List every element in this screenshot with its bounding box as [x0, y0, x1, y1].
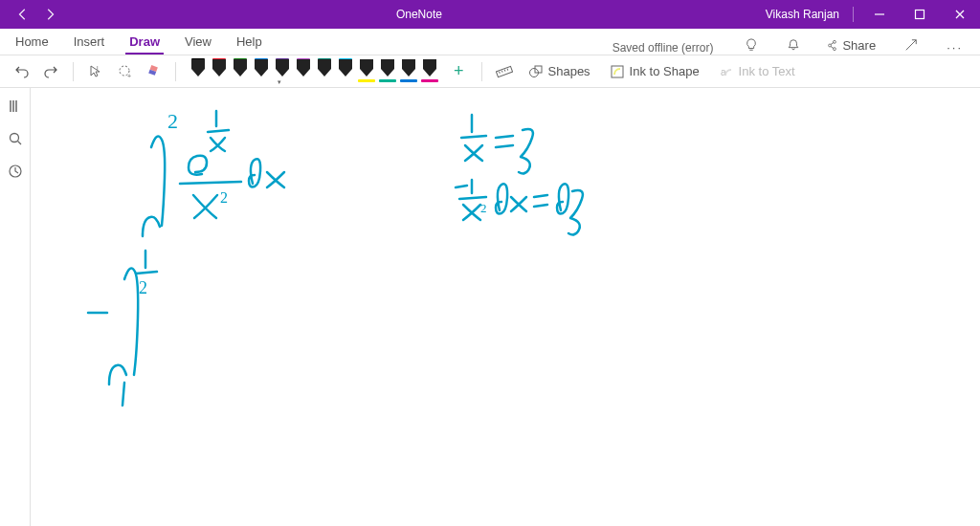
- pen-4[interactable]: ▾: [273, 59, 292, 84]
- lightbulb-icon[interactable]: [742, 35, 761, 55]
- maximize-button[interactable]: [900, 0, 940, 29]
- svg-line-29: [461, 136, 486, 138]
- ribbon-tabs: Home Insert Draw View Help Saved offline…: [0, 29, 980, 55]
- svg-line-30: [456, 186, 467, 187]
- highlighter-0[interactable]: [357, 59, 376, 84]
- highlighter-2[interactable]: [399, 59, 418, 84]
- close-button[interactable]: [940, 0, 980, 29]
- ink-canvas[interactable]: 2 2 2: [31, 88, 980, 526]
- tab-insert[interactable]: Insert: [70, 31, 109, 55]
- svg-point-2: [834, 40, 836, 43]
- pen-0[interactable]: [189, 59, 208, 84]
- ink-to-shape-label: Ink to Shape: [630, 64, 700, 78]
- svg-text:2: 2: [167, 109, 178, 133]
- svg-point-15: [10, 134, 18, 142]
- minimize-button[interactable]: [859, 0, 900, 29]
- forward-button[interactable]: [42, 7, 57, 22]
- user-name[interactable]: Vikash Ranjan: [766, 8, 847, 21]
- svg-rect-10: [496, 66, 512, 77]
- ink-to-text-label: Ink to Text: [739, 64, 795, 78]
- fullscreen-icon[interactable]: [899, 38, 924, 55]
- tab-view[interactable]: View: [181, 31, 215, 55]
- svg-text:I: I: [97, 65, 99, 71]
- pen-3[interactable]: [252, 59, 271, 84]
- svg-line-32: [459, 197, 486, 199]
- svg-text:+: +: [127, 73, 131, 79]
- shapes-label: Shapes: [548, 64, 590, 78]
- svg-point-3: [829, 44, 832, 47]
- tab-draw[interactable]: Draw: [125, 31, 164, 55]
- bell-icon[interactable]: [784, 35, 803, 55]
- svg-text:2: 2: [220, 189, 228, 206]
- highlighter-3[interactable]: [420, 59, 439, 84]
- undo-button[interactable]: [11, 61, 33, 82]
- select-tool[interactable]: I: [85, 61, 106, 82]
- pen-5[interactable]: [294, 59, 313, 84]
- svg-text:2: 2: [139, 278, 147, 297]
- svg-line-25: [136, 272, 157, 274]
- pen-7[interactable]: [336, 59, 355, 84]
- svg-text:2: 2: [480, 201, 487, 215]
- pen-6[interactable]: [315, 59, 334, 84]
- highlighter-1[interactable]: [378, 59, 397, 84]
- pen-2[interactable]: [231, 59, 250, 84]
- share-button[interactable]: Share: [820, 36, 881, 55]
- svg-rect-1: [916, 11, 924, 19]
- tab-help[interactable]: Help: [233, 31, 266, 55]
- lasso-tool[interactable]: +: [114, 61, 135, 82]
- pen-1[interactable]: [210, 59, 229, 84]
- eraser-tool[interactable]: [143, 61, 164, 82]
- svg-rect-13: [612, 66, 623, 77]
- back-button[interactable]: [15, 7, 31, 22]
- nav-sidebar: [0, 88, 31, 526]
- notebooks-icon[interactable]: [7, 98, 24, 115]
- ruler-tool[interactable]: [494, 61, 515, 82]
- svg-line-27: [122, 383, 124, 405]
- search-icon[interactable]: [7, 130, 24, 147]
- more-icon[interactable]: ···: [941, 40, 969, 55]
- add-pen-button[interactable]: +: [448, 61, 470, 81]
- svg-line-16: [17, 142, 21, 145]
- svg-point-4: [834, 48, 836, 51]
- share-label: Share: [842, 38, 876, 53]
- draw-ribbon: I + ▾ + Shapes Ink to Shape a Ink to Tex…: [0, 55, 980, 88]
- shapes-tool[interactable]: Shapes: [523, 64, 596, 79]
- svg-line-19: [180, 182, 241, 184]
- recent-icon[interactable]: [7, 163, 24, 180]
- app-title: OneNote: [73, 8, 766, 21]
- title-bar: OneNote Vikash Ranjan: [0, 0, 980, 29]
- tab-home[interactable]: Home: [11, 31, 53, 55]
- ink-to-text-tool: a Ink to Text: [713, 64, 801, 79]
- redo-button[interactable]: [40, 61, 61, 82]
- svg-line-21: [208, 130, 229, 132]
- ink-to-shape-tool[interactable]: Ink to Shape: [604, 64, 705, 79]
- sync-status[interactable]: Saved offline (error): [612, 41, 720, 55]
